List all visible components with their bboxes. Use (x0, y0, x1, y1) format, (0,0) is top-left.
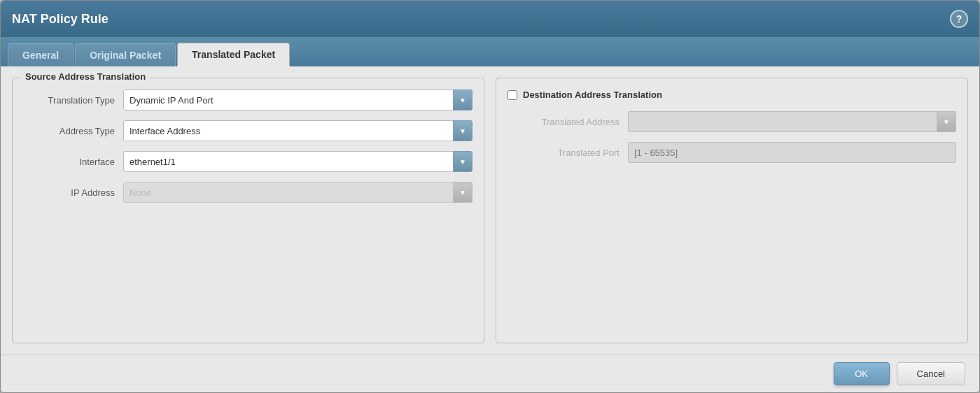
dest-translation-checkbox[interactable] (507, 90, 517, 100)
address-type-label: Address Type (24, 126, 115, 136)
translated-port-label: Translated Port (507, 148, 620, 158)
interface-wrapper: ethernet1/1 ethernet1/2 (123, 151, 472, 172)
help-icon[interactable]: ? (950, 10, 968, 28)
translated-address-row: Translated Address (507, 111, 956, 132)
translation-type-wrapper: Dynamic IP And Port Dynamic IP Static IP… (123, 90, 472, 110)
translated-port-row: Translated Port (507, 142, 956, 163)
tab-translated-packet[interactable]: Translated Packet (177, 43, 290, 66)
translated-port-input[interactable] (628, 142, 956, 163)
interface-label: Interface (24, 157, 115, 167)
title-bar: NAT Policy Rule ? (1, 1, 979, 37)
address-type-row: Address Type Interface Address Translate… (24, 120, 472, 141)
dest-header: Destination Address Translation (507, 90, 956, 100)
ok-button[interactable]: OK (834, 362, 890, 385)
translated-address-wrapper (628, 111, 956, 132)
dest-translation-title: Destination Address Translation (523, 90, 662, 100)
translated-address-label: Translated Address (507, 117, 620, 127)
ip-address-select: None (123, 182, 472, 203)
dest-address-panel: Destination Address Translation Translat… (496, 78, 968, 343)
tab-original-packet[interactable]: Original Packet (75, 43, 176, 66)
ip-address-label: IP Address (24, 187, 115, 198)
ip-address-row: IP Address None (24, 182, 472, 203)
ip-address-wrapper: None (123, 182, 472, 203)
interface-row: Interface ethernet1/1 ethernet1/2 (24, 151, 472, 172)
source-address-panel: Source Address Translation Translation T… (12, 78, 484, 343)
source-panel-legend: Source Address Translation (21, 71, 150, 82)
footer: OK Cancel (1, 355, 979, 392)
content-area: Source Address Translation Translation T… (1, 66, 979, 355)
translated-port-wrapper (628, 142, 956, 163)
address-type-select[interactable]: Interface Address Translated Address (123, 120, 472, 141)
tabs-bar: General Original Packet Translated Packe… (1, 37, 979, 66)
translation-type-row: Translation Type Dynamic IP And Port Dyn… (24, 90, 472, 110)
translation-type-label: Translation Type (24, 95, 115, 106)
translation-type-select[interactable]: Dynamic IP And Port Dynamic IP Static IP… (123, 90, 472, 110)
dialog-title: NAT Policy Rule (12, 12, 108, 27)
interface-select[interactable]: ethernet1/1 ethernet1/2 (123, 151, 472, 172)
cancel-button[interactable]: Cancel (897, 362, 965, 385)
nat-policy-rule-dialog: NAT Policy Rule ? General Original Packe… (0, 0, 980, 393)
tab-general[interactable]: General (8, 43, 74, 66)
address-type-wrapper: Interface Address Translated Address (123, 120, 472, 141)
translated-address-input[interactable] (628, 111, 956, 132)
